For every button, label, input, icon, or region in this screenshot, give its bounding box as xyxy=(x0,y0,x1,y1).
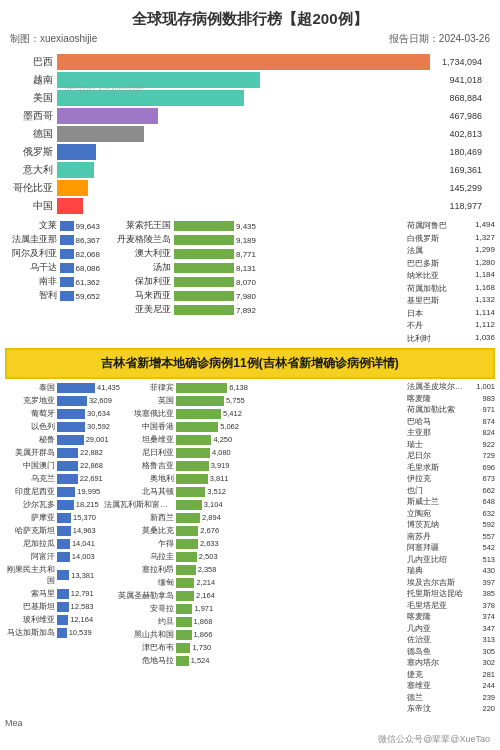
lower-right-value: 281 xyxy=(482,670,495,680)
lower-left-item: 巴基斯坦12,583 xyxy=(5,601,100,612)
lower-left-value: 14,003 xyxy=(70,552,95,561)
mid-right-label: 白俄罗斯 xyxy=(407,233,439,244)
lower-left-label: 中国澳门 xyxy=(5,460,57,471)
lower-mid-item: 新西兰2,894 xyxy=(104,512,403,523)
mid-mid-bar xyxy=(174,291,234,301)
lower-right-item: 塞内塔尔302 xyxy=(407,658,495,668)
mid-left-value: 68,086 xyxy=(74,264,100,273)
lower-mid-value: 2,676 xyxy=(198,526,219,535)
lower-mid-col: 菲律宾6,138英国5,755埃塞俄比亚5,412中国香港5,062坦桑维亚4,… xyxy=(104,382,403,716)
lower-left-item: 秘鲁29,001 xyxy=(5,434,100,445)
lower-right-value: 374 xyxy=(482,612,495,622)
lower-right-label: 几内亚 xyxy=(407,624,431,634)
lower-right-item: 佐治亚313 xyxy=(407,635,495,645)
lower-mid-item: 缅甸2,214 xyxy=(104,577,403,588)
lower-left-label: 泰国 xyxy=(5,382,57,393)
mid-wrapper: 文莱99,643法属圭亚那86,367阿尔及利亚82,068乌干达68,086南… xyxy=(5,220,495,345)
lower-mid-label: 菲律宾 xyxy=(104,382,176,393)
lower-mid-bar xyxy=(176,500,202,510)
lower-right-value: 696 xyxy=(482,463,495,473)
lower-right-label: 塞内塔尔 xyxy=(407,658,439,668)
lower-right-label: 喀麦隆 xyxy=(407,394,431,404)
lower-right-col: 法属圣皮埃尔和密克隆罗1,001喀麦隆983荷属加勒比索971巴哈马874主亚那… xyxy=(407,382,495,716)
lower-right-item: 托里斯坦达昆哈385 xyxy=(407,589,495,599)
lower-right-item: 瑞典430 xyxy=(407,566,495,576)
lower-left-bar xyxy=(57,513,71,523)
lower-mid-bar xyxy=(176,643,190,653)
lower-right-label: 瑞士 xyxy=(407,440,423,450)
lower-left-bar xyxy=(57,526,71,536)
lower-right-value: 385 xyxy=(482,589,495,599)
lower-mid-bar xyxy=(176,630,192,640)
bar-fill xyxy=(57,108,158,124)
lower-left-item: 索马里12,791 xyxy=(5,588,100,599)
lower-mid-value: 2,894 xyxy=(200,513,221,522)
lower-right-item: 几内亚比绍513 xyxy=(407,555,495,565)
bar-value: 145,299 xyxy=(449,183,482,193)
lower-mid-item: 格鲁吉亚3,919 xyxy=(104,460,403,471)
bar-value: 1,734,094 xyxy=(442,57,482,67)
lower-mid-label: 黑山共和国 xyxy=(104,629,176,640)
lower-mid-item: 法属瓦利斯和富图纳3,104 xyxy=(104,499,403,510)
lower-mid-item: 英国5,755 xyxy=(104,395,403,406)
lower-mid-item: 奥地利3,811 xyxy=(104,473,403,484)
lower-mid-bar xyxy=(176,552,197,562)
mid-mid-item: 莱索托王国9,435 xyxy=(104,220,403,232)
lower-left-value: 12,583 xyxy=(69,602,94,611)
mid-mid-item: 澳大利亚8,771 xyxy=(104,248,403,260)
lower-left-label: 刚果民主共和国 xyxy=(5,564,57,586)
lower-right-item: 立陶宛632 xyxy=(407,509,495,519)
lower-left-value: 22,691 xyxy=(78,474,103,483)
top-bars-container: 巴西1,734,094越南941,018美国868,884墨西哥467,986德… xyxy=(5,54,495,214)
lower-mid-label: 危地马拉 xyxy=(104,655,176,666)
lower-mid-item: 津巴布韦1,730 xyxy=(104,642,403,653)
top-bar-row: 德国402,813 xyxy=(5,126,430,142)
mid-left-label: 智利 xyxy=(5,290,60,302)
lower-right-value: 220 xyxy=(482,704,495,714)
mid-right-item: 纳米比亚1,184 xyxy=(407,270,495,281)
lower-left-item: 美属开群岛22,882 xyxy=(5,447,100,458)
bar-outer: 145,299 xyxy=(57,180,430,196)
mid-left-bar xyxy=(60,277,74,287)
lower-left-col: 泰国41,435克罗地亚32,609葡萄牙30,634以色列30,592秘鲁29… xyxy=(5,382,100,716)
lower-left-value: 18,215 xyxy=(74,500,99,509)
lower-left-bar xyxy=(57,461,78,471)
lower-right-label: 捷克 xyxy=(407,670,423,680)
lower-right-item: 主亚那824 xyxy=(407,428,495,438)
lower-mid-bar xyxy=(176,474,208,484)
lower-left-label: 印度尼西亚 xyxy=(5,486,57,497)
lower-left-item: 印度尼西亚19,995 xyxy=(5,486,100,497)
subtitle-row: 制图：xuexiaoshijie 报告日期：2024-03-26 xyxy=(5,32,495,46)
lower-left-item: 哈萨克斯坦14,963 xyxy=(5,525,100,536)
lower-right-value: 397 xyxy=(482,578,495,588)
mid-mid-bar xyxy=(174,221,234,231)
lower-mid-label: 塞拉利昂 xyxy=(104,564,176,575)
lower-mid-label: 英属圣赫勒拿岛 xyxy=(104,590,176,601)
lower-right-item: 瑞士922 xyxy=(407,440,495,450)
bar-fill xyxy=(57,126,144,142)
mid-left-item: 文莱99,643 xyxy=(5,220,100,232)
lower-mid-bar xyxy=(176,409,221,419)
mid-right-label: 日本 xyxy=(407,308,423,319)
lower-left-bar xyxy=(57,615,68,625)
lower-right-label: 毛里求斯 xyxy=(407,463,439,473)
top-bar-row: 墨西哥467,986 xyxy=(5,108,430,124)
lower-left-value: 22,882 xyxy=(78,448,103,457)
lower-right-value: 430 xyxy=(482,566,495,576)
lower-left-bar xyxy=(57,552,70,562)
mid-mid-item: 丹麦格陵兰岛9,189 xyxy=(104,234,403,246)
lower-left-value: 12,791 xyxy=(69,589,94,598)
mid-left-item: 法属圭亚那86,367 xyxy=(5,234,100,246)
lower-left-bar xyxy=(57,487,75,497)
mid-mid-value: 9,189 xyxy=(234,236,256,245)
lower-left-label: 沙尔瓦多 xyxy=(5,499,57,510)
mid-left-value: 99,643 xyxy=(74,222,100,231)
lower-mid-bar xyxy=(176,578,194,588)
lower-mid-item: 北马其顿3,512 xyxy=(104,486,403,497)
lower-right-label: 德岛鱼 xyxy=(407,647,431,657)
mid-mid-label: 莱索托王国 xyxy=(104,220,174,232)
lower-mid-bar xyxy=(176,591,194,601)
mid-left-label: 阿尔及利亚 xyxy=(5,248,60,260)
date-label: 报告日期：2024-03-26 xyxy=(389,32,490,46)
lower-right-item: 尼日尔729 xyxy=(407,451,495,461)
